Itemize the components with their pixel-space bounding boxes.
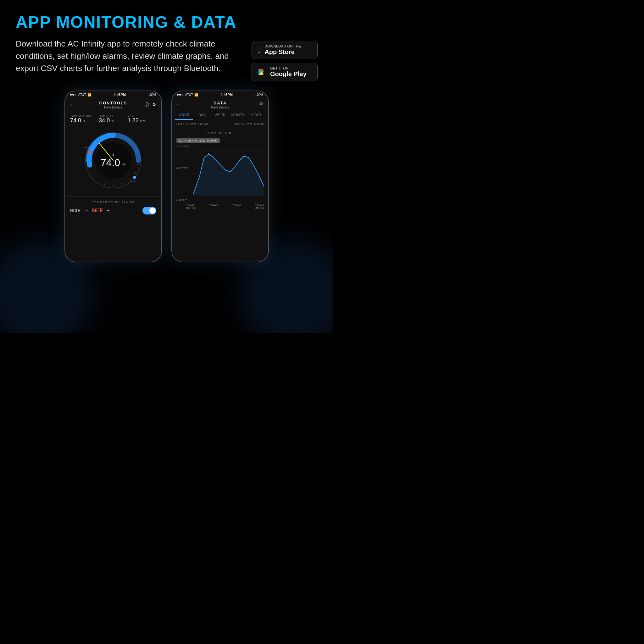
data-header: ‹ DATA New Device ⚙ <box>172 98 268 109</box>
app-store-sub: Download on the <box>264 44 301 48</box>
tab-week[interactable]: WEEK <box>211 110 229 120</box>
svg-point-15 <box>88 151 92 154</box>
carrier-text: AT&T <box>78 93 86 97</box>
toggle-knob <box>149 208 156 214</box>
date-end: MAR 14, 2021, 9:00 AM <box>234 123 264 126</box>
alarm-title: TEMPERATURE ALARM <box>70 201 156 204</box>
data-battery: 100% <box>255 93 263 97</box>
chart-with-labels: MAX 120°F AVG 75°F MIN 30°F <box>176 145 264 203</box>
svg-text:86°F: 86°F <box>84 146 90 149</box>
vpd-value: 1.82 kPa <box>128 117 156 124</box>
humidity-block: HUMIDITY 34.0 % <box>99 114 127 124</box>
tab-year[interactable]: YEAR <box>247 110 265 120</box>
svg-line-14 <box>104 183 105 185</box>
google-play-icon <box>258 68 266 76</box>
tab-month[interactable]: MONTH <box>229 110 247 120</box>
y-max: MAX 120°F <box>176 145 192 148</box>
vpd-block: VPD 1.82 kPa <box>128 114 156 124</box>
gauge-container: 86°F 40°F 🌡 74.0 °F <box>82 129 145 192</box>
alarm-toggle[interactable] <box>142 207 156 214</box>
sensor-row: TEMPERATURE 74.0 °F HUMIDITY 34.0 % <box>65 111 161 126</box>
data-tabs: HOUR DAY WEEK MONTH YEAR <box>172 110 268 120</box>
x-label-0: 8:00 AM <box>186 204 195 207</box>
svg-point-24 <box>208 153 210 155</box>
gauge-area: 86°F 40°F 🌡 74.0 °F <box>65 126 161 197</box>
google-play-badge[interactable]: GET IT ON Google Play <box>252 63 318 81</box>
tab-hour[interactable]: HOUR <box>175 110 193 120</box>
nav-icons: ⓘ ⚙ <box>145 102 156 108</box>
humidity-value: 34.0 % <box>99 117 127 124</box>
gauge-center: 🌡 74.0 °F <box>101 153 126 169</box>
humidity-label: HUMIDITY <box>99 114 127 117</box>
dot2 <box>72 94 74 96</box>
x-axis-dates: MAR 14 MAR 14 <box>176 207 264 209</box>
data-signal-dots <box>177 94 183 96</box>
chart-title: TEMPERATURE <box>176 131 264 135</box>
temp-label: TEMPERATURE <box>70 114 99 117</box>
ddot2 <box>179 94 181 96</box>
google-play-main: Google Play <box>270 70 307 78</box>
y-avg: AVG 75°F <box>176 167 192 169</box>
time-text: 4:48PM <box>114 93 126 97</box>
x-label-2: 8:30 AM <box>232 204 241 207</box>
controls-header: ‹ CONTROLS New Device ⓘ ⚙ <box>65 98 161 111</box>
data-time: 4:48PM <box>220 93 233 97</box>
svg-marker-23 <box>193 154 264 195</box>
date-range-row: < MAR 14, 2021, 8:00 AM MAR 14, 2021, 9:… <box>172 120 268 128</box>
temp-unit: °F <box>83 119 86 123</box>
chart-svg-area <box>193 145 264 203</box>
page-container: APP MONITORING & DATA Download the AC In… <box>0 0 333 333</box>
data-status-bar: AT&T 📶 4:48PM 100% <box>172 91 268 98</box>
alarm-plus-button[interactable]: + <box>106 208 110 214</box>
x-label-3: 8:45 AM <box>255 204 264 207</box>
data-phone: AT&T 📶 4:48PM 100% ‹ DATA New Device ⚙ <box>171 91 269 262</box>
data-screen: ‹ DATA New Device ⚙ HOUR DAY WEEK MONTH … <box>172 98 268 262</box>
badges-column:  Download on the App Store <box>252 38 318 81</box>
controls-status-bar: AT&T 📶 4:48PM 100% <box>65 91 161 98</box>
x-date-3: MAR 14 <box>255 207 264 209</box>
ddot1 <box>177 94 179 96</box>
chart-area: TEMPERATURE 110°F, MAR 14, 2021, 8:00 AM… <box>172 128 268 211</box>
top-row: Download the AC Infinity app to remotely… <box>16 38 318 81</box>
signal-dots <box>70 94 76 96</box>
google-play-sub: GET IT ON <box>270 66 307 70</box>
svg-line-9 <box>137 164 139 165</box>
vpd-label: VPD <box>128 114 156 117</box>
alarm-minus-button[interactable]: − <box>85 208 88 214</box>
info-icon[interactable]: ⓘ <box>145 102 149 108</box>
x-label-1: 8:15 AM <box>209 204 218 207</box>
app-store-main: App Store <box>264 48 301 56</box>
app-store-badge[interactable]:  Download on the App Store <box>252 41 318 59</box>
app-store-text: Download on the App Store <box>264 44 301 56</box>
gauge-temp-unit: °F <box>121 162 126 167</box>
alarm-row: HIGH − 86°F + <box>70 207 156 214</box>
settings-icon[interactable]: ⚙ <box>152 102 156 108</box>
svg-point-16 <box>133 176 136 179</box>
controls-subtitle: New Device <box>70 105 156 109</box>
description-text: Download the AC Infinity app to remotely… <box>16 38 239 75</box>
phones-row: AT&T 📶 4:48PM 100% ‹ CONTROLS New Device… <box>16 91 318 262</box>
data-settings-icon[interactable]: ⚙ <box>259 101 263 106</box>
data-carrier: AT&T <box>185 93 193 97</box>
svg-text:40°F: 40°F <box>130 180 136 183</box>
status-left: AT&T 📶 <box>70 93 91 97</box>
chart-tooltip-box: 110°F, MAR 14, 2021, 8:00 AM <box>176 137 264 145</box>
temp-value: 74.0 °F <box>70 117 99 124</box>
data-back-button[interactable]: ‹ <box>177 100 179 107</box>
tab-day[interactable]: DAY <box>193 110 211 120</box>
data-wifi-icon: 📶 <box>194 93 198 97</box>
page-title: APP MONITORING & DATA <box>16 13 318 31</box>
date-start: < MAR 14, 2021, 8:00 AM <box>176 123 208 126</box>
wifi-icon: 📶 <box>87 93 91 97</box>
x-date-0: MAR 14 <box>186 207 195 209</box>
temperature-chart <box>193 145 264 202</box>
humidity-unit: % <box>111 119 114 123</box>
temperature-block: TEMPERATURE 74.0 °F <box>70 114 99 124</box>
data-subtitle: New Device <box>177 105 263 109</box>
svg-line-10 <box>134 172 136 174</box>
controls-title: CONTROLS <box>70 101 156 105</box>
gauge-temp-value: 74.0 <box>101 157 120 169</box>
battery-text: 100% <box>148 93 156 97</box>
y-axis-labels: MAX 120°F AVG 75°F MIN 30°F <box>176 145 192 202</box>
back-button[interactable]: ‹ <box>70 101 72 108</box>
